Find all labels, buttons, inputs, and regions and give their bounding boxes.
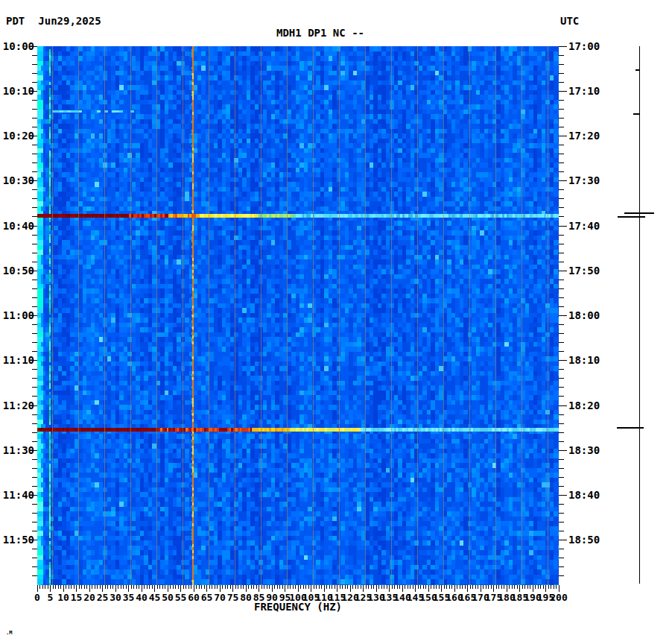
left-minor-tick — [32, 477, 37, 478]
right-time-label: 17:00 — [568, 41, 603, 52]
freq-minor-tick — [209, 585, 210, 589]
freq-minor-tick — [540, 585, 541, 589]
freq-minor-tick — [126, 585, 127, 589]
freq-major-tick — [350, 585, 351, 592]
left-major-tick — [29, 136, 37, 136]
freq-minor-tick — [392, 585, 393, 589]
right-time-label: 17:50 — [568, 265, 603, 277]
trace-spike — [635, 69, 640, 71]
freq-major-tick — [89, 585, 90, 592]
left-minor-tick — [32, 118, 37, 119]
right-time-label: 18:10 — [568, 355, 603, 366]
freq-major-tick — [168, 585, 168, 592]
freq-minor-tick — [522, 585, 523, 589]
freq-major-tick — [63, 585, 64, 592]
freq-minor-tick — [149, 585, 150, 589]
freq-minor-tick — [45, 585, 45, 589]
freq-minor-tick — [66, 585, 66, 589]
footer-mark: .M — [6, 630, 12, 636]
station-title: MDH1 DP1 NC -- — [60, 27, 581, 40]
freq-minor-tick — [48, 585, 48, 589]
freq-major-tick — [376, 585, 377, 592]
right-minor-tick — [559, 558, 564, 558]
freq-minor-tick — [314, 585, 314, 589]
freq-minor-tick — [449, 585, 450, 589]
left-major-tick — [29, 450, 37, 451]
right-minor-tick — [559, 387, 564, 388]
right-minor-tick — [559, 575, 564, 576]
left-minor-tick — [32, 306, 37, 307]
freq-major-tick — [259, 585, 259, 592]
freq-minor-tick — [410, 585, 411, 589]
left-minor-tick — [32, 171, 37, 172]
freq-minor-tick — [345, 585, 346, 589]
left-minor-tick — [32, 333, 37, 334]
right-minor-tick — [559, 369, 564, 370]
freq-minor-tick — [159, 585, 160, 589]
right-minor-tick — [559, 566, 564, 567]
freq-major-tick — [180, 585, 181, 592]
freq-minor-tick — [238, 585, 238, 589]
left-minor-tick — [32, 145, 37, 145]
right-minor-tick — [559, 64, 564, 65]
freq-minor-tick — [548, 585, 549, 589]
freq-major-tick — [428, 585, 429, 592]
right-minor-tick — [559, 280, 564, 280]
right-minor-tick — [559, 127, 564, 127]
right-major-tick — [559, 46, 567, 47]
freq-minor-tick — [321, 585, 322, 589]
freq-minor-tick — [55, 585, 56, 589]
right-time-label: 18:40 — [568, 490, 603, 501]
freq-minor-tick — [355, 585, 356, 589]
freq-major-tick — [285, 585, 285, 592]
freq-major-tick — [454, 585, 455, 592]
right-time-label: 18:20 — [568, 400, 603, 411]
right-minor-tick — [559, 333, 564, 334]
freq-major-tick — [493, 585, 494, 592]
freq-minor-tick — [110, 585, 111, 589]
freq-minor-tick — [384, 585, 384, 589]
left-minor-tick — [32, 432, 37, 433]
freq-minor-tick — [241, 585, 241, 589]
freq-minor-tick — [157, 585, 158, 589]
right-minor-tick — [559, 324, 564, 325]
freq-minor-tick — [394, 585, 395, 589]
freq-minor-tick — [470, 585, 471, 589]
right-minor-tick — [559, 82, 564, 83]
left-minor-tick — [32, 504, 37, 505]
freq-minor-tick — [170, 585, 171, 589]
right-minor-tick — [559, 253, 564, 253]
left-minor-tick — [32, 207, 37, 208]
freq-minor-tick — [439, 585, 440, 589]
left-minor-tick — [32, 262, 37, 262]
freq-minor-tick — [274, 585, 275, 589]
left-minor-tick — [32, 154, 37, 154]
left-minor-tick — [32, 100, 37, 101]
freq-minor-tick — [340, 585, 340, 589]
freq-major-tick — [324, 585, 325, 592]
freq-major-tick — [50, 585, 51, 592]
right-minor-tick — [559, 189, 564, 190]
freq-minor-tick — [144, 585, 145, 589]
right-minor-tick — [559, 531, 564, 531]
freq-minor-tick — [517, 585, 518, 589]
left-timezone-and-date: PDTJun29,2025 — [6, 15, 101, 27]
freq-major-tick — [402, 585, 403, 592]
left-minor-tick — [32, 423, 37, 424]
freq-minor-tick — [60, 585, 61, 589]
freq-minor-tick — [165, 585, 165, 589]
freq-minor-tick — [335, 585, 335, 589]
freq-major-tick — [142, 585, 142, 592]
right-major-tick — [559, 450, 567, 451]
left-minor-tick — [32, 73, 37, 74]
right-minor-tick — [559, 423, 564, 424]
freq-major-tick — [115, 585, 116, 592]
freq-minor-tick — [413, 585, 413, 589]
right-minor-tick — [559, 118, 564, 119]
freq-minor-tick — [84, 585, 85, 589]
freq-minor-tick — [554, 585, 554, 589]
freq-minor-tick — [235, 585, 236, 589]
left-minor-tick — [32, 522, 37, 523]
left-minor-tick — [32, 244, 37, 244]
freq-minor-tick — [136, 585, 137, 589]
